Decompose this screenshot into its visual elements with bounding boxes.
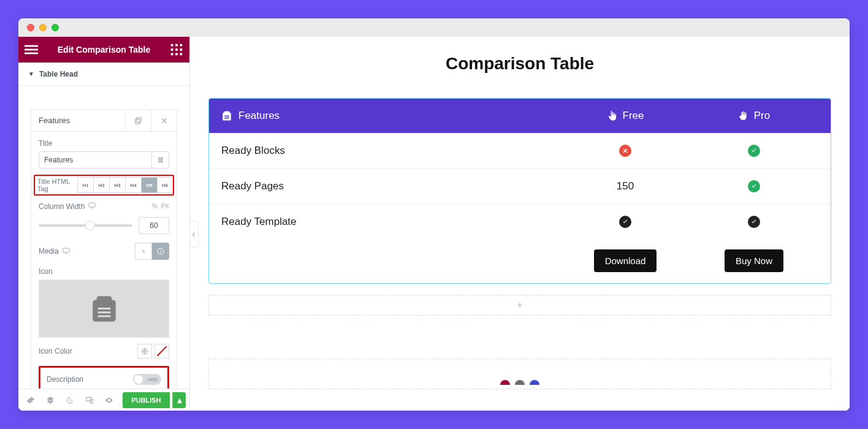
hand-icon bbox=[738, 110, 749, 121]
menu-icon[interactable] bbox=[25, 43, 38, 56]
window-close-dot[interactable] bbox=[27, 24, 34, 31]
tag-h6[interactable]: H6 bbox=[157, 177, 173, 193]
column-width-label: Column Width bbox=[39, 202, 85, 211]
row-pro-cell bbox=[690, 216, 818, 228]
svg-rect-12 bbox=[137, 117, 141, 122]
status-badge bbox=[619, 216, 631, 228]
svg-rect-14 bbox=[89, 203, 95, 207]
responsive-icon[interactable] bbox=[63, 247, 70, 256]
publish-button[interactable]: PUBLISH bbox=[123, 392, 170, 408]
head-free-label: Free bbox=[623, 110, 644, 122]
cell-value: 150 bbox=[617, 180, 634, 192]
duplicate-button[interactable] bbox=[125, 110, 151, 131]
section-label: Table Head bbox=[39, 70, 78, 78]
row-label: Ready Blocks bbox=[221, 145, 561, 157]
apps-grid-icon[interactable] bbox=[170, 43, 183, 56]
svg-rect-11 bbox=[180, 53, 183, 56]
title-label: Title bbox=[39, 139, 169, 148]
svg-rect-10 bbox=[175, 53, 178, 56]
description-label: Description bbox=[47, 375, 133, 384]
icon-color-label: Icon Color bbox=[39, 347, 137, 355]
tag-h2[interactable]: H2 bbox=[93, 177, 109, 193]
head-features-label: Features bbox=[238, 110, 280, 122]
tag-h1[interactable]: H1 bbox=[77, 177, 93, 193]
svg-rect-5 bbox=[180, 44, 183, 47]
icon-label: Icon bbox=[39, 267, 169, 276]
media-label: Media bbox=[39, 247, 59, 256]
svg-rect-8 bbox=[180, 48, 183, 51]
svg-rect-2 bbox=[25, 53, 38, 55]
column-width-slider[interactable] bbox=[39, 224, 132, 227]
pointer-icon bbox=[607, 110, 618, 121]
navigator-icon[interactable] bbox=[42, 392, 59, 409]
description-row: Description HIDE bbox=[39, 366, 169, 389]
icon-picker[interactable] bbox=[39, 279, 169, 338]
svg-rect-15 bbox=[91, 208, 93, 208]
toggle-text: HIDE bbox=[147, 378, 158, 382]
caret-down-icon: ▼ bbox=[28, 70, 34, 77]
tag-h3[interactable]: H3 bbox=[109, 177, 125, 193]
window-maximize-dot[interactable] bbox=[51, 24, 59, 31]
add-section-button[interactable] bbox=[208, 295, 831, 316]
window-minimize-dot[interactable] bbox=[39, 24, 47, 31]
column-width-input[interactable] bbox=[139, 217, 169, 234]
svg-rect-9 bbox=[171, 53, 173, 56]
close-button[interactable] bbox=[151, 110, 177, 131]
preview-icon[interactable] bbox=[101, 392, 118, 409]
description-toggle[interactable]: HIDE bbox=[133, 374, 161, 385]
head-pro-label: Pro bbox=[754, 110, 770, 122]
comparison-table[interactable]: Features Free Pro bbox=[208, 98, 831, 284]
table-row: Ready Pages 150 bbox=[209, 169, 831, 204]
publish-options-button[interactable]: ▴ bbox=[172, 392, 186, 408]
page-title: Comparison Table bbox=[208, 54, 831, 74]
svg-rect-7 bbox=[175, 48, 178, 51]
status-badge bbox=[748, 145, 760, 157]
tag-h4[interactable]: H4 bbox=[125, 177, 141, 193]
responsive-mode-icon[interactable] bbox=[81, 392, 98, 409]
panel-collapse-button[interactable]: ‹ bbox=[190, 221, 199, 248]
title-html-tag-label: Title HTML Tag bbox=[37, 178, 77, 192]
pro-action-button[interactable]: Buy Now bbox=[725, 249, 783, 272]
title-html-tag-row: Title HTML Tag H1 H2 H3 H4 H5 H6 bbox=[34, 175, 174, 196]
section-table-head[interactable]: ▼ Table Head bbox=[18, 63, 189, 86]
clipboard-icon bbox=[221, 110, 232, 121]
media-info-button[interactable] bbox=[152, 243, 169, 260]
svg-rect-16 bbox=[63, 248, 69, 252]
svg-rect-13 bbox=[135, 119, 139, 124]
svg-rect-0 bbox=[25, 45, 38, 47]
row-pro-cell bbox=[690, 180, 818, 192]
bottom-drop-zone[interactable] bbox=[208, 359, 831, 389]
svg-rect-3 bbox=[171, 44, 173, 47]
title-input[interactable] bbox=[39, 151, 152, 169]
status-badge bbox=[619, 145, 631, 157]
unit-px[interactable]: PX bbox=[161, 203, 169, 210]
svg-rect-4 bbox=[175, 44, 178, 47]
responsive-icon[interactable] bbox=[88, 202, 96, 211]
svg-rect-1 bbox=[25, 49, 38, 51]
svg-rect-17 bbox=[65, 253, 67, 254]
sidebar-title: Edit Comparison Table bbox=[38, 45, 170, 55]
free-action-button[interactable]: Download bbox=[594, 249, 657, 272]
row-pro-cell bbox=[690, 145, 818, 157]
section-handles bbox=[500, 380, 539, 385]
row-label: Ready Template bbox=[221, 216, 561, 228]
svg-rect-20 bbox=[161, 249, 161, 250]
dynamic-tag-button[interactable] bbox=[152, 151, 169, 169]
row-free-cell bbox=[561, 145, 690, 157]
global-color-button[interactable] bbox=[137, 344, 152, 359]
features-card-title: Features bbox=[31, 110, 125, 131]
status-badge bbox=[748, 180, 760, 192]
svg-rect-6 bbox=[171, 48, 173, 51]
status-badge bbox=[748, 216, 760, 228]
row-label: Ready Pages bbox=[221, 180, 561, 192]
settings-icon[interactable] bbox=[22, 392, 39, 409]
svg-rect-19 bbox=[161, 251, 161, 253]
color-none[interactable] bbox=[154, 344, 169, 359]
window-titlebar bbox=[18, 18, 850, 37]
unit-percent[interactable]: % bbox=[152, 203, 158, 210]
history-icon[interactable] bbox=[61, 392, 78, 409]
media-clear-button[interactable]: × bbox=[135, 243, 152, 260]
table-row: Ready Blocks bbox=[209, 133, 831, 169]
tag-h5[interactable]: H5 bbox=[141, 177, 157, 193]
row-free-cell bbox=[561, 216, 690, 228]
